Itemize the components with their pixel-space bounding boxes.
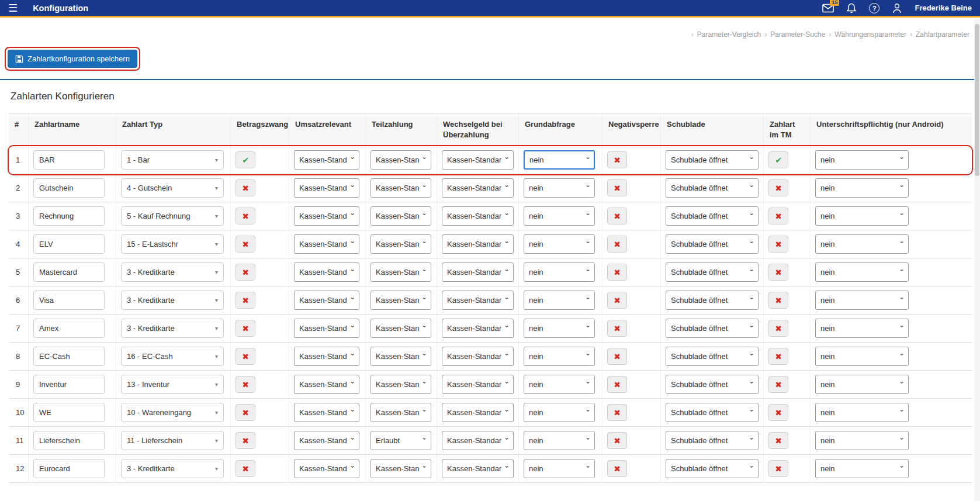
umsatzrelevant-select[interactable]: Kassen-Standar — [294, 178, 359, 198]
zahlart-typ-select[interactable]: 3 - Kreditkarte ▾ — [121, 262, 224, 282]
wechselgeld-select[interactable]: Kassen-Standard — [442, 206, 514, 226]
wechselgeld-select[interactable]: Kassen-Standard — [442, 431, 514, 450]
unterschrift-select[interactable]: nein — [815, 178, 909, 198]
teilzahlung-select[interactable]: Kassen-Stand — [370, 262, 431, 282]
betragszwang-toggle[interactable]: ✖ — [236, 460, 255, 477]
zahlart-typ-select[interactable]: 11 - Lieferschein ▾ — [121, 431, 224, 450]
betragszwang-toggle[interactable]: ✖ — [236, 179, 255, 196]
unterschrift-select[interactable]: nein — [815, 431, 909, 450]
teilzahlung-select[interactable]: Erlaubt — [370, 431, 431, 450]
zahlartname-input[interactable] — [33, 262, 105, 282]
zahlartname-input[interactable] — [33, 347, 105, 366]
zahlart-typ-select[interactable]: 15 - E-Lastschr ▾ — [121, 234, 224, 254]
zahlartname-input[interactable] — [33, 234, 105, 254]
betragszwang-toggle[interactable]: ✔ — [236, 151, 255, 168]
grundabfrage-select[interactable]: nein — [524, 150, 595, 170]
zahlart-typ-select[interactable]: 1 - Bar ▾ — [121, 150, 224, 170]
breadcrumb-item[interactable]: Währungensparameter — [834, 30, 906, 39]
grundabfrage-select[interactable]: nein — [524, 234, 595, 254]
zahlartname-input[interactable] — [33, 206, 105, 226]
grundabfrage-select[interactable]: nein — [524, 178, 595, 198]
save-button[interactable]: Zahlartkonfiguration speichern — [8, 50, 137, 68]
zahlart-typ-select[interactable]: 4 - Gutschein ▾ — [121, 178, 224, 198]
wechselgeld-select[interactable]: Kassen-Standard — [442, 375, 514, 394]
zahlartname-input[interactable] — [33, 459, 105, 478]
betragszwang-toggle[interactable]: ✖ — [236, 348, 255, 365]
negativsperre-toggle[interactable]: ✖ — [607, 292, 627, 309]
umsatzrelevant-select[interactable]: Kassen-Standar — [294, 206, 359, 226]
teilzahlung-select[interactable]: Kassen-Stand — [370, 375, 431, 394]
scrollbar-thumb[interactable] — [975, 24, 979, 176]
zahlart-typ-select[interactable]: 5 - Kauf Rechnung ▾ — [121, 206, 224, 226]
betragszwang-toggle[interactable]: ✖ — [236, 404, 255, 421]
betragszwang-toggle[interactable]: ✖ — [236, 236, 255, 253]
schublade-select[interactable]: Schublade öffnet — [666, 403, 759, 422]
wechselgeld-select[interactable]: Kassen-Standard — [442, 459, 514, 478]
negativsperre-toggle[interactable]: ✖ — [607, 264, 627, 281]
grundabfrage-select[interactable]: nein — [524, 291, 595, 310]
negativsperre-toggle[interactable]: ✖ — [607, 376, 627, 393]
zahlart-typ-select[interactable]: 3 - Kreditkarte ▾ — [121, 291, 224, 310]
unterschrift-select[interactable]: nein — [815, 403, 909, 422]
grundabfrage-select[interactable]: nein — [524, 262, 595, 282]
wechselgeld-select[interactable]: Kassen-Standard — [442, 291, 514, 310]
wechselgeld-select[interactable]: Kassen-Standard — [442, 150, 514, 170]
zahlartname-input[interactable] — [33, 291, 105, 310]
teilzahlung-select[interactable]: Kassen-Stand — [370, 150, 431, 170]
betragszwang-toggle[interactable]: ✖ — [236, 264, 255, 281]
umsatzrelevant-select[interactable]: Kassen-Standar — [294, 291, 359, 310]
negativsperre-toggle[interactable]: ✖ — [607, 432, 627, 449]
teilzahlung-select[interactable]: Kassen-Stand — [370, 234, 431, 254]
breadcrumb-item[interactable]: Zahlartparameter — [916, 30, 969, 39]
wechselgeld-select[interactable]: Kassen-Standard — [442, 234, 514, 254]
breadcrumb-item[interactable]: Parameter-Suche — [770, 30, 825, 39]
umsatzrelevant-select[interactable]: Kassen-Standar — [294, 459, 359, 478]
zahlart-tm-toggle[interactable]: ✖ — [768, 179, 788, 196]
schublade-select[interactable]: Schublade öffnet — [666, 234, 759, 254]
zahlart-typ-select[interactable]: 13 - Inventur ▾ — [121, 375, 224, 394]
unterschrift-select[interactable]: nein — [815, 291, 909, 310]
negativsperre-toggle[interactable]: ✖ — [607, 348, 627, 365]
schublade-select[interactable]: Schublade öffnet — [666, 206, 759, 226]
scrollbar-track[interactable] — [974, 19, 980, 501]
schublade-select[interactable]: Schublade öffnet — [666, 375, 759, 394]
teilzahlung-select[interactable]: Kassen-Stand — [370, 459, 431, 478]
schublade-select[interactable]: Schublade öffnet — [666, 319, 759, 338]
umsatzrelevant-select[interactable]: Kassen-Standar — [294, 403, 359, 422]
umsatzrelevant-select[interactable]: Kassen-Standar — [294, 150, 359, 170]
wechselgeld-select[interactable]: Kassen-Standard — [442, 262, 514, 282]
teilzahlung-select[interactable]: Kassen-Stand — [370, 206, 431, 226]
wechselgeld-select[interactable]: Kassen-Standard — [442, 178, 514, 198]
zahlart-typ-select[interactable]: 3 - Kreditkarte ▾ — [121, 319, 224, 338]
zahlartname-input[interactable] — [33, 403, 105, 422]
unterschrift-select[interactable]: nein — [815, 459, 909, 478]
zahlartname-input[interactable] — [33, 178, 105, 198]
grundabfrage-select[interactable]: nein — [524, 347, 595, 366]
zahlartname-input[interactable] — [33, 319, 105, 338]
zahlart-tm-toggle[interactable]: ✖ — [768, 264, 788, 281]
negativsperre-toggle[interactable]: ✖ — [607, 151, 627, 168]
help-icon[interactable]: ? — [869, 3, 879, 13]
umsatzrelevant-select[interactable]: Kassen-Standar — [294, 375, 359, 394]
schublade-select[interactable]: Schublade öffnet — [666, 431, 759, 450]
teilzahlung-select[interactable]: Kassen-Stand — [370, 347, 431, 366]
zahlart-tm-toggle[interactable]: ✖ — [768, 208, 788, 224]
teilzahlung-select[interactable]: Kassen-Stand — [370, 319, 431, 338]
umsatzrelevant-select[interactable]: Kassen-Standar — [294, 319, 359, 338]
zahlart-tm-toggle[interactable]: ✖ — [768, 348, 788, 365]
zahlart-tm-toggle[interactable]: ✖ — [768, 404, 788, 421]
betragszwang-toggle[interactable]: ✖ — [236, 208, 255, 224]
unterschrift-select[interactable]: nein — [815, 234, 909, 254]
zahlart-typ-select[interactable]: 3 - Kreditkarte ▾ — [121, 459, 224, 478]
betragszwang-toggle[interactable]: ✖ — [236, 376, 255, 393]
umsatzrelevant-select[interactable]: Kassen-Standar — [294, 431, 359, 450]
schublade-select[interactable]: Schublade öffnet — [666, 459, 759, 478]
grundabfrage-select[interactable]: nein — [524, 206, 595, 226]
grundabfrage-select[interactable]: nein — [524, 431, 595, 450]
negativsperre-toggle[interactable]: ✖ — [607, 236, 627, 253]
unterschrift-select[interactable]: nein — [815, 150, 909, 170]
zahlartname-input[interactable] — [33, 431, 105, 450]
schublade-select[interactable]: Schublade öffnet — [666, 291, 759, 310]
negativsperre-toggle[interactable]: ✖ — [607, 320, 627, 337]
wechselgeld-select[interactable]: Kassen-Standard — [442, 403, 514, 422]
